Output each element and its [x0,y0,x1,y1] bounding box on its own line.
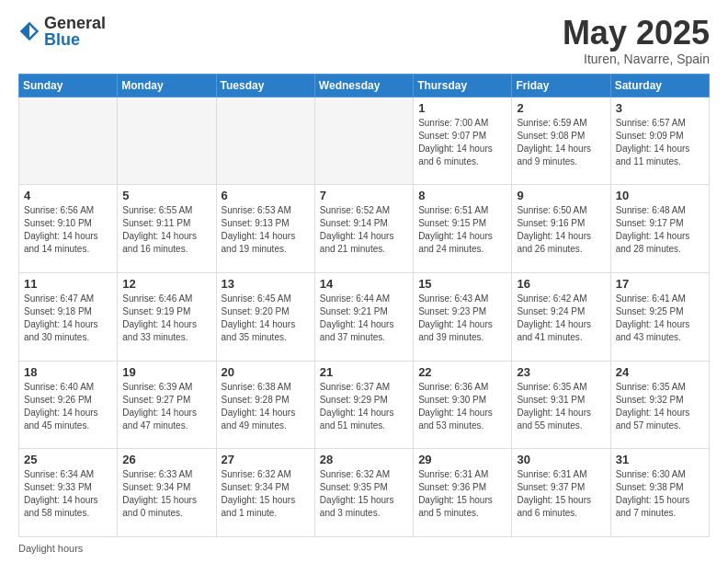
day-number: 28 [320,453,408,466]
day-number: 8 [418,189,506,202]
calendar-day-cell: 9Sunrise: 6:50 AM Sunset: 9:16 PM Daylig… [512,185,610,273]
day-info: Sunrise: 6:44 AM Sunset: 9:21 PM Dayligh… [320,293,408,344]
footer-text: Daylight hours [18,543,83,554]
calendar-day-cell: 1Sunrise: 7:00 AM Sunset: 9:07 PM Daylig… [414,97,512,185]
day-number: 6 [222,189,310,202]
calendar-day-cell: 2Sunrise: 6:59 AM Sunset: 9:08 PM Daylig… [512,97,610,185]
calendar-day-header: Monday [118,74,216,97]
logo-general-text: General [44,15,106,31]
day-number: 30 [517,453,605,466]
subtitle: Ituren, Navarre, Spain [563,52,710,66]
calendar-day-header: Friday [512,74,610,97]
day-number: 21 [320,365,408,379]
calendar-day-header: Tuesday [216,74,314,97]
day-number: 26 [122,453,210,466]
calendar-week-row: 4Sunrise: 6:56 AM Sunset: 9:10 PM Daylig… [19,185,710,273]
day-info: Sunrise: 6:59 AM Sunset: 9:08 PM Dayligh… [517,117,605,168]
day-number: 7 [320,189,408,202]
calendar-day-cell: 5Sunrise: 6:55 AM Sunset: 9:11 PM Daylig… [118,185,216,273]
day-number: 31 [616,453,704,466]
day-number: 1 [418,101,506,115]
calendar-day-header: Wednesday [314,74,413,97]
day-number: 29 [418,453,506,466]
day-info: Sunrise: 6:35 AM Sunset: 9:32 PM Dayligh… [616,381,704,432]
day-info: Sunrise: 6:40 AM Sunset: 9:26 PM Dayligh… [24,381,112,432]
calendar-day-cell: 30Sunrise: 6:31 AM Sunset: 9:37 PM Dayli… [512,449,610,537]
logo-blue-text: Blue [44,31,106,48]
day-info: Sunrise: 6:38 AM Sunset: 9:28 PM Dayligh… [222,381,310,432]
calendar-day-cell [216,97,314,185]
calendar-day-cell: 20Sunrise: 6:38 AM Sunset: 9:28 PM Dayli… [216,361,314,449]
calendar-day-cell: 15Sunrise: 6:43 AM Sunset: 9:23 PM Dayli… [414,272,512,361]
day-number: 4 [24,189,112,202]
calendar-day-cell [118,97,216,185]
day-number: 22 [418,365,506,379]
calendar-week-row: 18Sunrise: 6:40 AM Sunset: 9:26 PM Dayli… [19,361,710,449]
day-info: Sunrise: 6:36 AM Sunset: 9:30 PM Dayligh… [418,381,506,432]
day-info: Sunrise: 6:33 AM Sunset: 9:34 PM Dayligh… [122,468,210,520]
title-block: May 2025 Ituren, Navarre, Spain [563,15,710,66]
calendar-week-row: 11Sunrise: 6:47 AM Sunset: 9:18 PM Dayli… [19,272,710,361]
day-info: Sunrise: 6:53 AM Sunset: 9:13 PM Dayligh… [222,204,310,256]
day-number: 2 [517,101,605,115]
day-info: Sunrise: 6:45 AM Sunset: 9:20 PM Dayligh… [222,293,310,344]
page: General Blue May 2025 Ituren, Navarre, S… [0,0,728,563]
calendar-day-cell: 4Sunrise: 6:56 AM Sunset: 9:10 PM Daylig… [19,185,118,273]
day-info: Sunrise: 6:32 AM Sunset: 9:34 PM Dayligh… [222,468,310,520]
day-number: 5 [122,189,210,202]
calendar-day-cell: 18Sunrise: 6:40 AM Sunset: 9:26 PM Dayli… [19,361,118,449]
calendar-day-cell: 16Sunrise: 6:42 AM Sunset: 9:24 PM Dayli… [512,272,610,361]
footer: Daylight hours [18,543,710,554]
calendar-day-cell: 3Sunrise: 6:57 AM Sunset: 9:09 PM Daylig… [610,97,709,185]
calendar-day-header: Sunday [19,74,118,97]
day-info: Sunrise: 6:56 AM Sunset: 9:10 PM Dayligh… [24,204,112,256]
day-info: Sunrise: 6:46 AM Sunset: 9:19 PM Dayligh… [122,293,210,344]
day-number: 17 [616,277,704,291]
calendar-table: SundayMondayTuesdayWednesdayThursdayFrid… [18,74,710,537]
day-info: Sunrise: 6:50 AM Sunset: 9:16 PM Dayligh… [517,204,605,256]
calendar-day-header: Thursday [414,74,512,97]
calendar-day-cell: 17Sunrise: 6:41 AM Sunset: 9:25 PM Dayli… [610,272,709,361]
calendar-day-cell: 11Sunrise: 6:47 AM Sunset: 9:18 PM Dayli… [19,272,118,361]
calendar-day-cell: 26Sunrise: 6:33 AM Sunset: 9:34 PM Dayli… [118,449,216,537]
day-info: Sunrise: 6:31 AM Sunset: 9:37 PM Dayligh… [517,468,605,520]
calendar-day-cell: 8Sunrise: 6:51 AM Sunset: 9:15 PM Daylig… [414,185,512,273]
day-number: 19 [122,365,210,379]
day-number: 15 [418,277,506,291]
calendar-day-cell: 14Sunrise: 6:44 AM Sunset: 9:21 PM Dayli… [314,272,413,361]
day-info: Sunrise: 6:31 AM Sunset: 9:36 PM Dayligh… [418,468,506,520]
day-info: Sunrise: 6:39 AM Sunset: 9:27 PM Dayligh… [122,381,210,432]
day-number: 13 [222,277,310,291]
header: General Blue May 2025 Ituren, Navarre, S… [18,15,710,66]
calendar-day-cell: 23Sunrise: 6:35 AM Sunset: 9:31 PM Dayli… [512,361,610,449]
day-number: 10 [616,189,704,202]
logo-text: General Blue [44,15,106,48]
calendar-day-cell [314,97,413,185]
day-number: 9 [517,189,605,202]
day-info: Sunrise: 6:48 AM Sunset: 9:17 PM Dayligh… [616,204,704,256]
calendar-day-cell: 25Sunrise: 6:34 AM Sunset: 9:33 PM Dayli… [19,449,118,537]
calendar-day-cell: 7Sunrise: 6:52 AM Sunset: 9:14 PM Daylig… [314,185,413,273]
day-number: 3 [616,101,704,115]
day-number: 12 [122,277,210,291]
day-number: 27 [222,453,310,466]
day-number: 11 [24,277,112,291]
main-title: May 2025 [563,15,710,52]
day-number: 14 [320,277,408,291]
logo-icon [18,20,40,42]
logo: General Blue [18,15,106,48]
calendar-day-cell: 6Sunrise: 6:53 AM Sunset: 9:13 PM Daylig… [216,185,314,273]
day-info: Sunrise: 6:42 AM Sunset: 9:24 PM Dayligh… [517,293,605,344]
calendar-day-cell: 28Sunrise: 6:32 AM Sunset: 9:35 PM Dayli… [314,449,413,537]
calendar-day-cell: 27Sunrise: 6:32 AM Sunset: 9:34 PM Dayli… [216,449,314,537]
calendar-day-cell: 24Sunrise: 6:35 AM Sunset: 9:32 PM Dayli… [610,361,709,449]
day-info: Sunrise: 6:30 AM Sunset: 9:38 PM Dayligh… [616,468,704,520]
calendar-day-cell: 31Sunrise: 6:30 AM Sunset: 9:38 PM Dayli… [610,449,709,537]
day-number: 18 [24,365,112,379]
calendar-header-row: SundayMondayTuesdayWednesdayThursdayFrid… [19,74,710,97]
calendar-day-cell: 29Sunrise: 6:31 AM Sunset: 9:36 PM Dayli… [414,449,512,537]
calendar-day-cell: 10Sunrise: 6:48 AM Sunset: 9:17 PM Dayli… [610,185,709,273]
day-info: Sunrise: 6:43 AM Sunset: 9:23 PM Dayligh… [418,293,506,344]
calendar-day-cell: 12Sunrise: 6:46 AM Sunset: 9:19 PM Dayli… [118,272,216,361]
calendar-day-cell: 13Sunrise: 6:45 AM Sunset: 9:20 PM Dayli… [216,272,314,361]
